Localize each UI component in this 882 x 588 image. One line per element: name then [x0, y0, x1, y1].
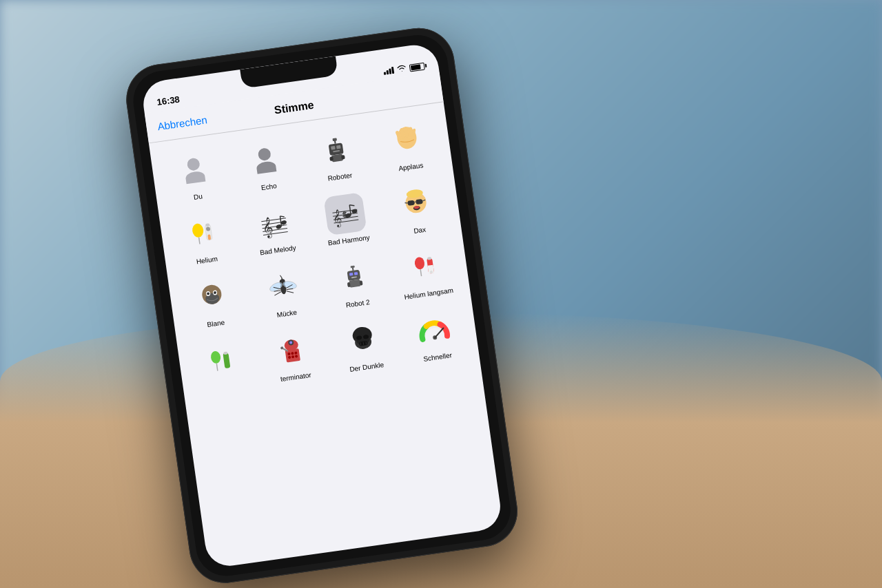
svg-line-112: [434, 328, 445, 337]
svg-point-86: [210, 350, 221, 364]
phone-bezel: 16:38: [130, 31, 515, 580]
der-dunkle-label: Der Dunkle: [349, 361, 384, 374]
echo-icon: [243, 138, 287, 182]
echo-label: Echo: [260, 182, 277, 192]
voice-item-der-dunkle[interactable]: Der Dunkle: [324, 310, 404, 384]
bad-melody-label: Bad Melody: [259, 244, 296, 257]
svg-rect-76: [351, 266, 355, 269]
screen-title: Stimme: [274, 98, 315, 116]
svg-line-70: [287, 290, 294, 293]
svg-rect-5: [333, 138, 337, 141]
svg-line-62: [280, 275, 282, 277]
svg-line-40: [343, 211, 344, 218]
phone-screen: 16:38: [141, 42, 504, 569]
voice-item-roboter[interactable]: Roboter: [297, 120, 377, 193]
signal-icon: [383, 67, 394, 75]
voice-item-helium[interactable]: Helium: [164, 203, 244, 277]
der-dunkle-icon: [341, 319, 384, 362]
schneller-label: Schneller: [423, 351, 453, 364]
svg-line-108: [360, 342, 361, 345]
terminator-label: terminator: [280, 371, 311, 384]
muecke-icon: [261, 266, 305, 309]
voice-item-du[interactable]: Du: [155, 140, 235, 213]
voice-item-helium-langsam[interactable]: Helium langsam: [386, 236, 466, 310]
svg-line-81: [420, 269, 421, 276]
svg-point-80: [414, 256, 425, 270]
helium-langsam-label: Helium langsam: [404, 286, 454, 302]
du-label: Du: [193, 192, 203, 202]
voice-item-bad-harmony[interactable]: 𝄞: [306, 183, 386, 257]
svg-line-109: [363, 342, 364, 345]
robot2-icon: [332, 255, 376, 299]
dax-label: Dax: [413, 226, 427, 235]
voice-item-echo[interactable]: Echo: [226, 129, 306, 203]
helium2-icon: [199, 339, 243, 382]
wifi-icon: [397, 64, 407, 74]
cancel-button[interactable]: Abbrechen: [156, 114, 207, 132]
svg-line-67: [274, 292, 281, 295]
applaus-icon: [385, 119, 429, 162]
svg-rect-0: [329, 143, 344, 156]
helium-langsam-icon: [403, 246, 447, 289]
voice-item-dax[interactable]: Dax: [377, 173, 457, 246]
svg-point-15: [192, 223, 205, 238]
terminator-icon: [270, 329, 314, 372]
voice-item-schneller[interactable]: Schneller: [395, 300, 475, 374]
voice-list: Du Echo: [149, 102, 504, 569]
voice-item-bad-melody[interactable]: 𝄞 Bad Melody: [235, 193, 315, 266]
status-icons: [383, 62, 425, 76]
svg-line-16: [199, 238, 200, 244]
bad-melody-icon: 𝄞: [252, 202, 296, 246]
svg-line-39: [349, 204, 354, 207]
svg-rect-71: [347, 270, 361, 281]
svg-rect-2: [336, 145, 341, 149]
applaus-label: Applaus: [398, 161, 424, 173]
du-icon: [172, 149, 216, 192]
roboter-label: Roboter: [327, 171, 353, 183]
dax-icon: [394, 182, 438, 226]
helium-label: Helium: [196, 255, 218, 266]
voice-item-terminator[interactable]: terminator: [253, 319, 333, 393]
svg-line-49: [405, 202, 408, 204]
svg-line-87: [216, 364, 218, 371]
svg-rect-72: [349, 273, 353, 276]
bad-harmony-icon: 𝄞: [323, 192, 367, 235]
voice-grid: Du Echo: [150, 109, 480, 404]
svg-text:𝄞: 𝄞: [260, 216, 274, 240]
voice-item-helium2[interactable]: [182, 330, 262, 403]
svg-rect-73: [354, 272, 358, 275]
helium-icon: [181, 212, 225, 255]
muecke-label: Mücke: [276, 308, 298, 319]
battery-icon: [409, 62, 425, 72]
svg-line-110: [366, 342, 367, 344]
robot2-label: Robot 2: [345, 298, 370, 310]
svg-rect-88: [223, 353, 230, 368]
roboter-icon: [314, 129, 358, 172]
blane-label: Blane: [207, 319, 225, 329]
svg-line-42: [342, 212, 347, 213]
status-time: 16:38: [156, 94, 181, 107]
voice-item-applaus[interactable]: Applaus: [368, 109, 448, 183]
svg-rect-13: [409, 127, 412, 137]
voice-item-muecke[interactable]: Mücke: [244, 256, 324, 330]
schneller-icon: [412, 309, 455, 353]
voice-item-robot2[interactable]: Robot 2: [315, 246, 395, 320]
svg-rect-1: [331, 146, 336, 150]
svg-line-69: [286, 288, 293, 289]
voice-item-blane[interactable]: Blane: [173, 266, 253, 340]
blane-icon: [190, 275, 234, 319]
bad-harmony-label: Bad Harmony: [327, 233, 370, 247]
